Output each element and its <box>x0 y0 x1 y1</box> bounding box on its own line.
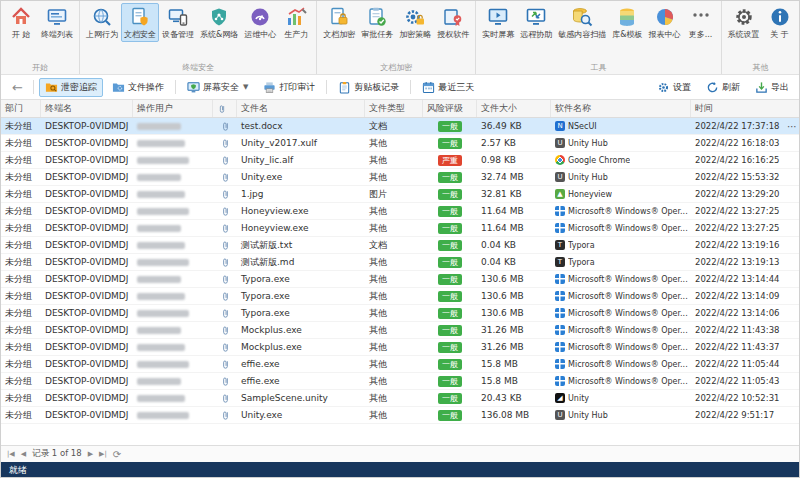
column-header[interactable]: 文件大小 <box>477 100 551 117</box>
software-cell: UUnity Hub <box>551 169 691 185</box>
column-header[interactable]: 文件类型 <box>365 100 423 117</box>
ribbon-button[interactable]: 关 于 <box>763 3 797 42</box>
ribbon-button[interactable]: 敏感内容扫描 <box>555 3 609 42</box>
attachment-cell[interactable] <box>213 169 237 185</box>
attachment-cell[interactable] <box>213 407 237 423</box>
ribbon-button[interactable]: 加密策略 <box>396 3 434 42</box>
toolbar-button[interactable]: 文件操作 <box>106 78 170 97</box>
attachment-cell[interactable] <box>213 271 237 287</box>
column-header[interactable]: 风险评级 <box>423 100 477 117</box>
redacted-user <box>137 225 181 232</box>
risk-cell: 一般 <box>423 339 477 355</box>
attachment-cell[interactable] <box>213 135 237 151</box>
ribbon-button[interactable]: 文档加密 <box>320 3 358 42</box>
table-row[interactable]: 未分组DESKTOP-0VIDMDJUnity.exe其他一般32.74 MBU… <box>1 169 800 186</box>
last-page-button[interactable]: ▶| <box>99 450 107 458</box>
status-text: 就绪 <box>9 464 27 477</box>
attachment-cell[interactable] <box>213 203 237 219</box>
toolbar-button[interactable]: 设置 <box>651 78 697 97</box>
attachment-cell[interactable] <box>213 373 237 389</box>
risk-badge: 严重 <box>438 155 462 166</box>
terminal-cell: DESKTOP-0VIDMDJ <box>41 135 133 151</box>
ribbon-button[interactable]: 系统&网络 <box>197 3 241 42</box>
table-row[interactable]: 未分组DESKTOP-0VIDMDJUnity_lic.alf其他严重0.98 … <box>1 152 800 169</box>
column-header[interactable]: 时间 <box>691 100 800 117</box>
productivity-icon <box>285 6 307 28</box>
toolbar-button[interactable]: 屏幕安全▼ <box>181 78 254 97</box>
table-row[interactable]: 未分组DESKTOP-0VIDMDJHoneyview.exe其他一般11.64… <box>1 220 800 237</box>
attachment-cell[interactable] <box>213 254 237 270</box>
attachment-cell[interactable] <box>213 237 237 253</box>
column-header[interactable]: 文件名 <box>237 100 365 117</box>
next-page-button[interactable]: ▶ <box>88 450 93 458</box>
ribbon-button[interactable]: 报表中心 <box>646 3 684 42</box>
table-row[interactable]: 未分组DESKTOP-0VIDMDJTypora.exe其他一般130.6 MB… <box>1 305 800 322</box>
windows-icon <box>555 359 565 369</box>
ribbon-button[interactable]: 更多... <box>684 3 718 42</box>
column-header[interactable]: 操作用户 <box>133 100 213 117</box>
licensed-software-icon <box>442 6 464 28</box>
ribbon-button[interactable]: 远程协助 <box>517 3 555 42</box>
toolbar-button[interactable]: 最近三天 <box>416 78 480 97</box>
software-name: Unity Hub <box>568 407 608 423</box>
risk-badge: 一般 <box>438 189 462 200</box>
first-page-button[interactable]: |◀ <box>7 450 15 458</box>
table-row[interactable]: 未分组DESKTOP-0VIDMDJMockplus.exe其他一般31.26 … <box>1 322 800 339</box>
ribbon-button[interactable]: 终端列表 <box>38 3 76 42</box>
ribbon-button[interactable]: 文档安全 <box>121 3 159 42</box>
attachment-cell[interactable] <box>213 339 237 355</box>
back-arrow-icon[interactable]: ← <box>7 80 28 95</box>
ribbon-button[interactable]: 上网行为 <box>83 3 121 42</box>
attachment-cell[interactable] <box>213 305 237 321</box>
attachment-cell[interactable] <box>213 152 237 168</box>
user-cell <box>133 271 213 287</box>
table-row[interactable]: 未分组DESKTOP-0VIDMDJSampleScene.unity其他一般2… <box>1 390 800 407</box>
attachment-cell[interactable] <box>213 356 237 372</box>
attachment-cell[interactable] <box>213 322 237 338</box>
toolbar-button[interactable]: 泄密追踪 <box>39 78 103 97</box>
ribbon-button[interactable]: 生产力 <box>279 3 313 42</box>
table-row[interactable]: 未分组DESKTOP-0VIDMDJUnity_v2017.xulf其他一般2.… <box>1 135 800 152</box>
pager-refresh-icon[interactable]: ⟳ <box>113 449 121 460</box>
attachment-cell[interactable] <box>213 118 237 134</box>
ribbon-button[interactable]: 系统设置 <box>725 3 763 42</box>
table-row[interactable]: 未分组DESKTOP-0VIDMDJUnity.exe其他一般136.08 MB… <box>1 407 800 424</box>
ribbon-button[interactable]: 库&模板 <box>609 3 645 42</box>
toolbar-button[interactable]: 刷新 <box>700 78 746 97</box>
attachment-cell[interactable] <box>213 288 237 304</box>
toolbar-button-label: 最近三天 <box>438 81 474 94</box>
filesize-cell: 32.74 MB <box>477 169 551 185</box>
column-header[interactable] <box>213 100 237 117</box>
table-row[interactable]: 未分组DESKTOP-0VIDMDJ测试新版.txt文档一般0.04 KBTTy… <box>1 237 800 254</box>
table-row[interactable]: 未分组DESKTOP-0VIDMDJHoneyview.exe其他一般11.64… <box>1 203 800 220</box>
attachment-cell[interactable] <box>213 220 237 236</box>
toolbar-button[interactable]: 导出 <box>749 78 795 97</box>
attachment-cell[interactable] <box>213 390 237 406</box>
ribbon-button[interactable]: 设备管理 <box>159 3 197 42</box>
ribbon-button[interactable]: 开 始 <box>4 3 38 42</box>
ribbon-button[interactable]: 运维中心 <box>241 3 279 42</box>
column-header[interactable]: 终端名 <box>41 100 133 117</box>
table-row[interactable]: 未分组DESKTOP-0VIDMDJTypora.exe其他一般130.6 MB… <box>1 271 800 288</box>
toolbar-button[interactable]: 剪贴板记录 <box>332 78 405 97</box>
table-row[interactable]: 未分组DESKTOP-0VIDMDJTypora.exe其他一般130.6 MB… <box>1 288 800 305</box>
ribbon-button[interactable]: 审批任务 <box>358 3 396 42</box>
prev-page-button[interactable]: ◀ <box>21 450 26 458</box>
ribbon-button[interactable]: 授权软件 <box>434 3 472 42</box>
toolbar-button[interactable]: 打印审计 <box>257 78 321 97</box>
table-row[interactable]: 未分组DESKTOP-0VIDMDJMockplus.exe其他一般31.26 … <box>1 339 800 356</box>
table-row[interactable]: 未分组DESKTOP-0VIDMDJtest.docx文档一般36.49 KBN… <box>1 118 800 135</box>
redacted-user <box>137 293 185 300</box>
table-row[interactable]: 未分组DESKTOP-0VIDMDJ测试新版.md其他一般0.04 KBTTyp… <box>1 254 800 271</box>
table-row[interactable]: 未分组DESKTOP-0VIDMDJeffie.exe其他一般15.8 MBMi… <box>1 373 800 390</box>
attachment-cell[interactable] <box>213 186 237 202</box>
column-header[interactable]: 软件名称 <box>551 100 691 117</box>
table-row[interactable]: 未分组DESKTOP-0VIDMDJ1.jpg图片一般32.81 KB▲Hone… <box>1 186 800 203</box>
more-icon <box>690 6 712 28</box>
paperclip-icon <box>220 342 231 353</box>
ribbon-button[interactable]: 实时屏幕 <box>479 3 517 42</box>
row-more-icon[interactable]: ⋯ <box>787 118 797 135</box>
risk-cell: 一般 <box>423 186 477 202</box>
table-row[interactable]: 未分组DESKTOP-0VIDMDJeffie.exe其他一般15.8 MBMi… <box>1 356 800 373</box>
column-header[interactable]: 部门 <box>1 100 41 117</box>
